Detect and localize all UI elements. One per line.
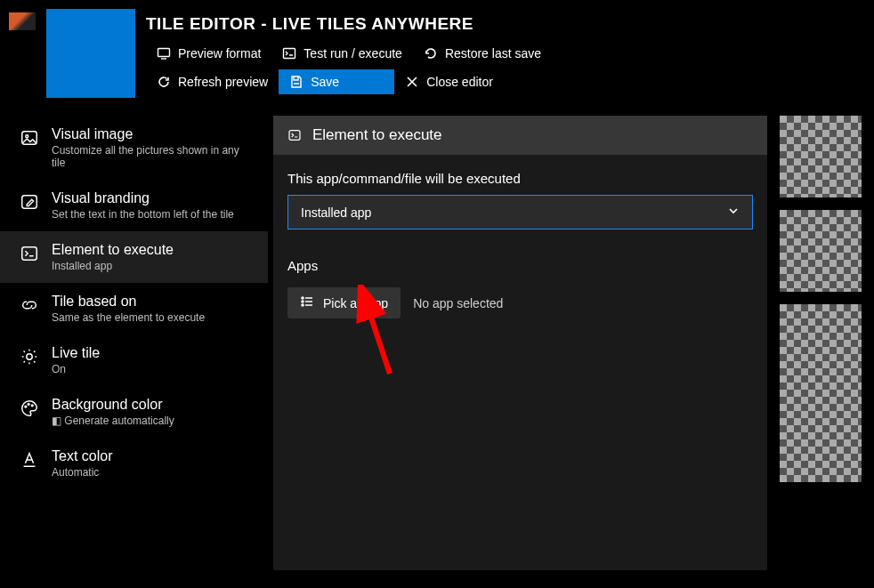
sidebar-item-background-color[interactable]: Background color ◧ Generate automaticall… <box>0 386 268 438</box>
toolbar-label: Save <box>311 75 339 89</box>
svg-point-12 <box>302 301 303 302</box>
preview-wide[interactable] <box>780 304 862 482</box>
main-panel: Element to execute This app/command/file… <box>273 116 767 570</box>
svg-point-6 <box>27 354 32 359</box>
apps-label: Apps <box>287 258 753 273</box>
sidebar-item-sub: Same as the element to execute <box>52 311 205 324</box>
undo-icon <box>424 46 438 60</box>
sidebar-item-sub: Installed app <box>52 260 174 272</box>
sidebar-item-title: Element to execute <box>52 242 174 258</box>
svg-point-7 <box>25 406 27 407</box>
titlebar: TILE EDITOR - LIVE TILES ANYWHERE Previe… <box>0 0 874 98</box>
sidebar-item-visual-image[interactable]: Visual image Customize all the pictures … <box>0 116 268 180</box>
panel-header: Element to execute <box>273 116 767 155</box>
no-app-selected-text: No app selected <box>413 296 503 310</box>
terminal-icon <box>287 128 302 142</box>
sidebar-item-title: Visual image <box>52 126 254 142</box>
pick-an-app-button[interactable]: Pick an app <box>287 287 401 318</box>
save-button[interactable]: Save <box>279 69 394 94</box>
preview-medium[interactable] <box>780 210 862 292</box>
toolbar-label: Restore last save <box>445 46 541 60</box>
sidebar-item-title: Text color <box>52 448 112 464</box>
sidebar-item-sub: Automatic <box>52 466 112 479</box>
panel-title: Element to execute <box>312 126 442 144</box>
toolbar-label: Refresh preview <box>178 75 268 89</box>
tile-preview <box>46 9 135 98</box>
execute-type-combo[interactable]: Installed app <box>287 195 753 230</box>
refresh-preview-button[interactable]: Refresh preview <box>146 69 279 94</box>
sidebar-item-text-color[interactable]: Text color Automatic <box>0 438 268 489</box>
chevron-down-icon <box>727 205 740 220</box>
sidebar-item-live-tile[interactable]: Live tile On <box>0 334 268 386</box>
app-title: TILE EDITOR - LIVE TILES ANYWHERE <box>146 14 865 34</box>
link-icon <box>20 295 39 315</box>
toolbar-label: Close editor <box>426 75 493 89</box>
test-run-button[interactable]: Test run / execute <box>271 41 413 66</box>
size-previews <box>780 116 862 570</box>
sidebar-item-title: Live tile <box>52 345 100 361</box>
toolbar-label: Preview format <box>178 46 261 60</box>
sidebar-item-title: Visual branding <box>52 190 234 206</box>
sidebar-item-title: Background color <box>52 397 174 413</box>
refresh-icon <box>157 75 171 89</box>
svg-point-11 <box>302 297 303 299</box>
sidebar-item-element-to-execute[interactable]: Element to execute Installed app <box>0 231 268 283</box>
svg-point-8 <box>28 404 29 406</box>
sidebar-item-tile-based-on[interactable]: Tile based on Same as the element to exe… <box>0 283 268 334</box>
save-icon <box>289 75 303 89</box>
restore-button[interactable]: Restore last save <box>413 41 552 66</box>
toolbar-label: Test run / execute <box>303 46 402 60</box>
section-label: This app/command/file will be executed <box>287 171 753 186</box>
sidebar-item-visual-branding[interactable]: Visual branding Set the text in the bott… <box>0 180 268 231</box>
svg-rect-10 <box>289 131 300 141</box>
sidebar-item-sub: On <box>52 363 100 375</box>
sidebar: Visual image Customize all the pictures … <box>0 98 268 588</box>
toolbar: Preview format Test run / execute Restor… <box>146 41 865 94</box>
close-editor-button[interactable]: Close editor <box>394 69 504 94</box>
preview-format-button[interactable]: Preview format <box>146 41 271 66</box>
svg-point-3 <box>26 135 28 138</box>
text-color-icon <box>20 450 39 470</box>
sun-icon <box>20 347 39 366</box>
app-logo-icon <box>9 12 36 30</box>
svg-point-13 <box>302 304 303 306</box>
combo-value: Installed app <box>301 205 371 220</box>
svg-rect-5 <box>22 247 37 261</box>
svg-point-9 <box>31 405 33 407</box>
sidebar-item-sub: ◧ Generate automatically <box>52 415 174 427</box>
terminal-icon <box>20 244 39 263</box>
execute-icon <box>282 46 296 60</box>
palette-icon <box>20 399 39 418</box>
preview-small[interactable] <box>780 116 862 197</box>
list-icon <box>300 294 314 311</box>
sidebar-item-sub: Set the text in the bottom left of the t… <box>52 208 234 221</box>
svg-rect-0 <box>158 49 170 57</box>
sidebar-item-title: Tile based on <box>52 294 205 310</box>
svg-rect-2 <box>22 132 37 145</box>
svg-rect-1 <box>284 49 295 59</box>
image-icon <box>20 128 39 148</box>
close-icon <box>405 75 419 89</box>
edit-icon <box>20 192 39 212</box>
monitor-icon <box>157 46 171 60</box>
sidebar-item-sub: Customize all the pictures shown in any … <box>52 144 254 169</box>
pick-button-label: Pick an app <box>323 296 388 310</box>
